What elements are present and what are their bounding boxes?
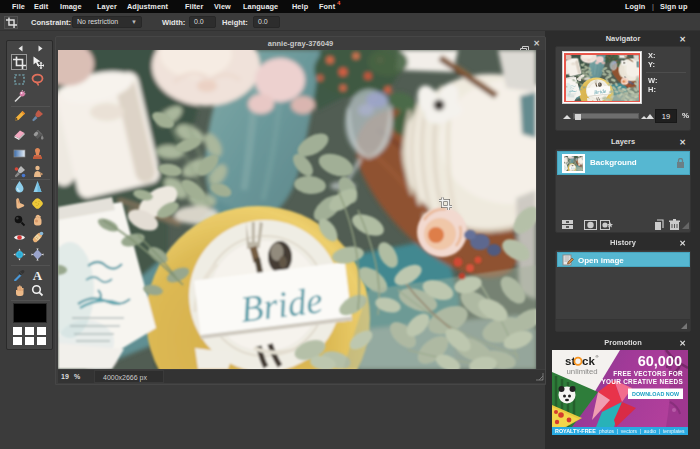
svg-text:YOUR CREATIVE NEEDS: YOUR CREATIVE NEEDS [601, 378, 683, 385]
svg-text:FREE VECTORS FOR: FREE VECTORS FOR [613, 370, 683, 377]
svg-text:ck: ck [582, 355, 595, 367]
svg-text:photos | vectors | audio: photos | vectors | audio | templates [599, 428, 685, 434]
svg-text:ROYALTY-FREE: ROYALTY-FREE [555, 428, 596, 434]
svg-text:A: A [32, 268, 42, 281]
svg-text:®: ® [596, 354, 599, 359]
svg-text:DOWNLOAD NOW: DOWNLOAD NOW [632, 391, 680, 397]
svg-text:60,000: 60,000 [638, 353, 682, 369]
svg-text:unlimited: unlimited [567, 367, 598, 376]
